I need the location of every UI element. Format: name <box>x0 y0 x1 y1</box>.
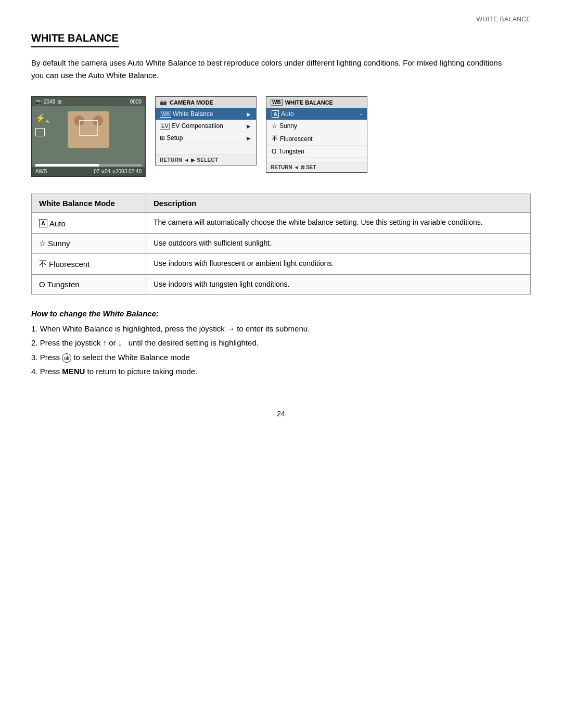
ev-menu-icon-label: EV EV Compensatiion <box>160 122 223 130</box>
viewfinder-top-bar: 📷 2048 ⊞ 0000 <box>32 97 145 106</box>
white-balance-submenu: WB WHITE BALANCE A Auto • ☆ Sunny 不 Fluo… <box>266 96 367 173</box>
tungsten-mode-label: Tungsten <box>47 280 80 289</box>
menu-item-white-balance[interactable]: WB White Balance ▶ <box>156 108 256 120</box>
wb-arrow-icon: ▶ <box>247 111 251 117</box>
howto-list: When White Balance is highlighted, press… <box>31 322 531 378</box>
wb-submenu-header-icon: WB <box>271 99 283 106</box>
viewfinder-center <box>32 106 145 153</box>
wb-item-tungsten[interactable]: O Tungsten <box>266 146 367 158</box>
howto-step-4: Press MENU to return to picture taking m… <box>31 365 531 378</box>
howto-title: How to change the White Balance: <box>31 309 531 318</box>
camera-mode-menu: 📷 CAMERA MODE WB White Balance ▶ EV EV C… <box>155 96 257 165</box>
sunny-mode-label: Sunny <box>48 239 70 248</box>
table-row: 不 Fluorescent Use indoors with fluoresce… <box>32 253 531 274</box>
wb-item-sunny[interactable]: ☆ Sunny <box>266 120 367 132</box>
menu-item-ev-compensation[interactable]: EV EV Compensatiion ▶ <box>156 120 256 132</box>
fluorescent-icon: 不 <box>272 134 278 143</box>
fluorescent-table-icon: 不 <box>39 259 47 269</box>
datetime-value: 07 ∨04 ∨2003 02:40 <box>94 169 142 174</box>
howto-step-2: Press the joystick ↑ or ↓ until the desi… <box>31 336 531 350</box>
wb-item-fluorescent[interactable]: 不 Fluorescent <box>266 132 367 146</box>
intro-paragraph: By default the camera uses Auto White Ba… <box>31 57 510 82</box>
tungsten-label: Tungsten <box>278 148 304 155</box>
auto-mode-label: Auto <box>49 219 66 228</box>
focus-box <box>79 120 98 136</box>
page-header-label: WHITE BALANCE <box>31 16 531 23</box>
table-cell-desc-fluorescent: Use indoors with fluorescent or ambient … <box>146 253 531 274</box>
setup-arrow-icon: ▶ <box>247 135 251 141</box>
subject-photo <box>68 111 109 148</box>
counter-value: 0000 <box>130 99 142 105</box>
wb-submenu-title: WHITE BALANCE <box>285 99 333 106</box>
page-number: 24 <box>31 410 531 418</box>
page-title: WHITE BALANCE <box>31 32 119 47</box>
table-cell-desc-sunny: Use outdoors with sufficient sunlight. <box>146 233 531 253</box>
wb-menu-icon: WB White Balance <box>160 110 213 118</box>
table-col1-header: White Balance Mode <box>32 194 146 213</box>
grid-icon: ⊞ <box>57 99 61 105</box>
wb-item-auto[interactable]: A Auto • <box>266 108 367 120</box>
camera-viewfinder: 📷 2048 ⊞ 0000 ⚡A AWB 07 ∨04 ∨2003 02:40 <box>31 96 146 177</box>
table-cell-mode-tungsten: O Tungsten <box>32 274 146 294</box>
wb-submenu-header: WB WHITE BALANCE <box>266 97 367 108</box>
setup-menu-icon-label: ⊞ Setup <box>160 134 183 142</box>
awb-label: AWB <box>35 169 47 174</box>
camera-mode-icon: 📷 <box>160 99 167 106</box>
screenshots-row: 📷 2048 ⊞ 0000 ⚡A AWB 07 ∨04 ∨2003 02:40 <box>31 96 531 177</box>
sunny-table-icon: ☆ <box>39 239 46 248</box>
tungsten-wb-icon-label: O Tungsten <box>272 148 304 155</box>
wb-menu-label: White Balance <box>173 110 213 118</box>
sunny-wb-icon-label: ☆ Sunny <box>272 122 297 130</box>
wb-submenu-footer: RETURN ◄ ⊠ SET <box>266 162 367 172</box>
table-cell-mode-fluorescent: 不 Fluorescent <box>32 253 146 274</box>
table-cell-mode-auto: A Auto <box>32 213 146 234</box>
auto-wb-selected-dot: • <box>360 112 362 117</box>
progress-bar-area <box>35 164 142 167</box>
howto-step-1: When White Balance is highlighted, press… <box>31 322 531 336</box>
table-row: ☆ Sunny Use outdoors with sufficient sun… <box>32 233 531 253</box>
auto-wb-icon-label: A Auto <box>272 110 294 118</box>
ok-button-icon: ok <box>62 353 71 363</box>
camera-mode-title: CAMERA MODE <box>170 99 213 106</box>
table-cell-desc-tungsten: Use indoors with tungsten light conditio… <box>146 274 531 294</box>
fluorescent-wb-icon-label: 不 Fluorescent <box>272 134 313 143</box>
fluorescent-mode-label: Fluorescent <box>49 260 90 269</box>
tungsten-table-icon: O <box>39 280 45 289</box>
resolution-value: 2048 <box>44 99 55 105</box>
ev-menu-label: EV Compensatiion <box>171 122 223 130</box>
table-col2-header: Description <box>146 194 531 213</box>
table-row: A Auto The camera will automatically cho… <box>32 213 531 234</box>
camera-mode-footer: RETURN ◄ ▶ SELECT <box>156 155 256 165</box>
howto-step-3: Press ok to select the White Balance mod… <box>31 351 531 364</box>
viewfinder-bottom-bar: AWB 07 ∨04 ∨2003 02:40 <box>32 167 145 176</box>
camera-mode-header: 📷 CAMERA MODE <box>156 97 256 108</box>
setup-menu-label: Setup <box>167 134 183 142</box>
white-balance-table: White Balance Mode Description A Auto Th… <box>31 194 531 295</box>
table-cell-mode-sunny: ☆ Sunny <box>32 233 146 253</box>
sunny-label: Sunny <box>279 122 297 130</box>
tungsten-icon: O <box>272 148 276 155</box>
viewfinder-icons: 📷 2048 ⊞ <box>35 99 61 105</box>
auto-wb-label: Auto <box>281 110 294 118</box>
fluorescent-label: Fluorescent <box>280 135 313 143</box>
progress-fill <box>35 164 99 167</box>
table-row: O Tungsten Use indoors with tungsten lig… <box>32 274 531 294</box>
menu-item-setup[interactable]: ⊞ Setup ▶ <box>156 132 256 144</box>
sunny-icon: ☆ <box>272 122 277 130</box>
auto-icon: A <box>39 219 47 227</box>
camera-icon: 📷 <box>35 99 42 105</box>
table-cell-desc-auto: The camera will automatically choose the… <box>146 213 531 234</box>
ev-arrow-icon: ▶ <box>247 123 251 129</box>
